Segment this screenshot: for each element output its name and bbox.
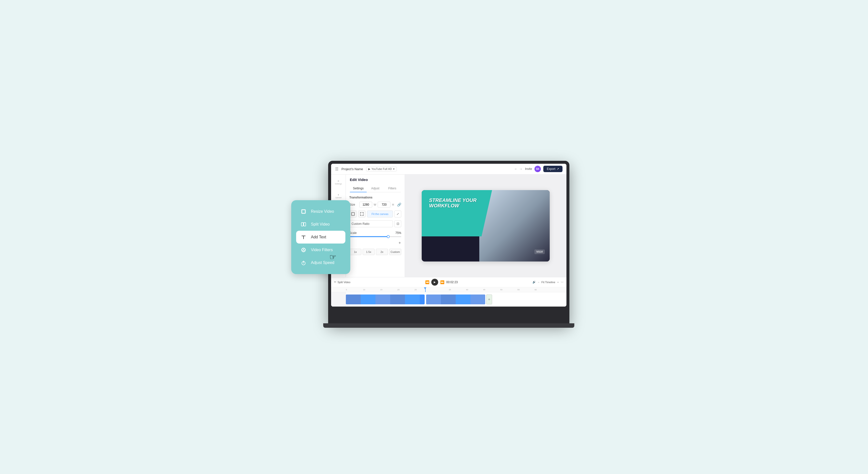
clip-2-thumb-4 [470, 295, 485, 304]
timeline-controls: ✂ Split Video ⏪ ▶ ⏩ 00:02:23 🔊 − Fit Tim… [331, 277, 566, 287]
speed-custom-btn[interactable]: Custom [389, 249, 401, 255]
clip-2-thumb-3 [456, 295, 470, 304]
headline-line2: WORKFLOW [429, 203, 476, 208]
text-icon [300, 234, 307, 241]
sidebar-upload[interactable]: ⬆ Upload [334, 191, 343, 201]
topbar-right: ← → Invite SK Export ↗ [514, 166, 562, 172]
avatar: SK [534, 166, 541, 172]
scale-slider-section: Scale 75% [349, 231, 401, 237]
width-input[interactable] [360, 202, 372, 208]
playhead-triangle [424, 287, 426, 289]
split-label: Split Video [338, 281, 350, 284]
panel-title: Edit Video [350, 178, 401, 182]
menu-item-addtext-label: Add Text [311, 235, 326, 239]
timeline: ✂ Split Video ⏪ ▶ ⏩ 00:02:23 🔊 − Fit Tim… [331, 277, 566, 306]
canvas-area: STREAMLINE YOUR WORKFLOW MI&M [405, 175, 566, 277]
undo-redo-group: ← → [514, 167, 523, 171]
menu-item-filters-label: Video Filters [311, 248, 333, 252]
ruler-mark-60: 60 [534, 289, 552, 291]
menu-icon[interactable]: ☰ [335, 167, 339, 171]
lock-icon[interactable]: 🔗 [397, 203, 401, 207]
ruler-mark-45: 45 [483, 289, 500, 291]
export-button[interactable]: Export ↗ [543, 166, 562, 172]
rewind-btn[interactable]: ⏪ [425, 280, 429, 284]
fullscreen-btn[interactable]: ⤢ [394, 210, 401, 217]
crop-square-btn[interactable] [349, 210, 357, 217]
topbar-left: ☰ Project's Name ▶ YouTube Full HD ▾ [335, 167, 397, 171]
edit-panel: Edit Video Settings Adjust Filters [346, 175, 405, 277]
clip-2[interactable] [426, 295, 485, 304]
scale-slider-thumb[interactable] [387, 235, 390, 238]
ruler-mark-50: 50 [500, 289, 518, 291]
height-input[interactable] [378, 202, 391, 208]
canvas-btn-row: Fit the canvas ⤢ [349, 210, 401, 217]
speed-1-5x-btn[interactable]: 1.5x [363, 249, 375, 255]
split-icon: ✂ [334, 280, 336, 284]
ruler-marks: 5 10 15 20 25 35 40 45 50 55 60 [346, 289, 552, 291]
playhead[interactable] [425, 287, 426, 292]
fit-canvas-btn[interactable]: Fit the canvas [367, 210, 393, 217]
menu-item-speed[interactable]: Adjust Speed [296, 256, 345, 269]
clip-2-thumb-2 [441, 295, 456, 304]
clip-thumb-5 [405, 295, 420, 304]
format-badge[interactable]: ▶ YouTube Full HD ▾ [366, 167, 397, 171]
laptop-base [323, 323, 574, 328]
expand-btn[interactable] [358, 210, 366, 217]
scene: ☰ Project's Name ▶ YouTube Full HD ▾ ← →… [299, 151, 569, 323]
clip-1[interactable] [346, 295, 425, 304]
ruler-mark-25: 25 [414, 289, 432, 291]
time-display: 00:02:23 [446, 280, 458, 284]
video-overlay-text: STREAMLINE YOUR WORKFLOW [429, 198, 476, 208]
brand-badge: MI&M [534, 249, 545, 254]
clip-thumb-4 [390, 295, 405, 304]
svg-rect-3 [301, 223, 303, 226]
timeline-tracks: + [331, 292, 566, 306]
width-unit: W [374, 203, 376, 206]
plus-btn[interactable]: + [557, 281, 559, 284]
speed-icon [300, 259, 307, 266]
video-preview: STREAMLINE YOUR WORKFLOW MI&M [422, 190, 550, 262]
split-video-btn[interactable]: ✂ Split Video [334, 280, 350, 284]
play-button[interactable]: ▶ [431, 279, 438, 286]
tab-settings[interactable]: Settings [350, 185, 367, 192]
format-icon: ▶ [368, 168, 370, 171]
menu-item-split[interactable]: Split Video [296, 218, 345, 231]
add-clip-button[interactable]: + [486, 295, 492, 304]
ratio-select[interactable]: Custom Ratio 16:9 9:16 1:1 [349, 220, 393, 227]
clip-thumb-2 [361, 295, 375, 304]
scale-slider-track[interactable] [349, 236, 401, 237]
volume-icon[interactable]: 🔊 [532, 280, 536, 284]
fast-forward-btn[interactable]: ⏩ [440, 280, 444, 284]
menu-item-resize[interactable]: Resize Video [296, 205, 345, 218]
ratio-row: Custom Ratio 16:9 9:16 1:1 ⊡ [349, 220, 401, 227]
sparkle-row: ✦ [349, 241, 401, 245]
clip-2-thumb-1 [426, 295, 441, 304]
panel-tabs: Settings Adjust Filters [350, 185, 401, 192]
speed-1x-btn[interactable]: 1x [349, 249, 361, 255]
tab-filters[interactable]: Filters [384, 185, 401, 192]
minus-btn[interactable]: − [538, 281, 539, 284]
tab-adjust[interactable]: Adjust [367, 185, 384, 192]
laptop-shell: ☰ Project's Name ▶ YouTube Full HD ▾ ← →… [328, 161, 569, 323]
ruler-mark-20: 20 [397, 289, 414, 291]
redo-btn[interactable]: → [519, 167, 523, 171]
scale-slider-fill [349, 236, 388, 237]
ruler-mark-15: 15 [380, 289, 397, 291]
speed-2x-btn[interactable]: 2x [376, 249, 388, 255]
sidebar-settings[interactable]: ⚙ Settings [334, 178, 343, 187]
height-unit: H [392, 203, 394, 206]
speed-row: 1x 1.5x 2x Custom [349, 249, 401, 255]
undo-btn[interactable]: ← [514, 167, 518, 171]
menu-item-filters[interactable]: Video Filters [296, 243, 345, 256]
svg-rect-0 [351, 212, 354, 215]
sparkle-btn[interactable]: ✦ [398, 241, 401, 245]
crop-icon-btn[interactable]: ⊡ [394, 220, 401, 227]
menu-item-addtext[interactable]: Add Text [296, 231, 345, 243]
scale-value: 75% [395, 231, 401, 235]
fit-timeline-btn[interactable]: Fit Timeline [541, 281, 555, 284]
clip-thumb-3 [375, 295, 390, 304]
invite-button[interactable]: Invite [525, 167, 532, 171]
svg-rect-4 [304, 223, 306, 226]
timeline-right: 🔊 − Fit Timeline + 〰 [532, 280, 563, 284]
timeline-ruler: 5 10 15 20 25 35 40 45 50 55 60 [331, 287, 566, 292]
